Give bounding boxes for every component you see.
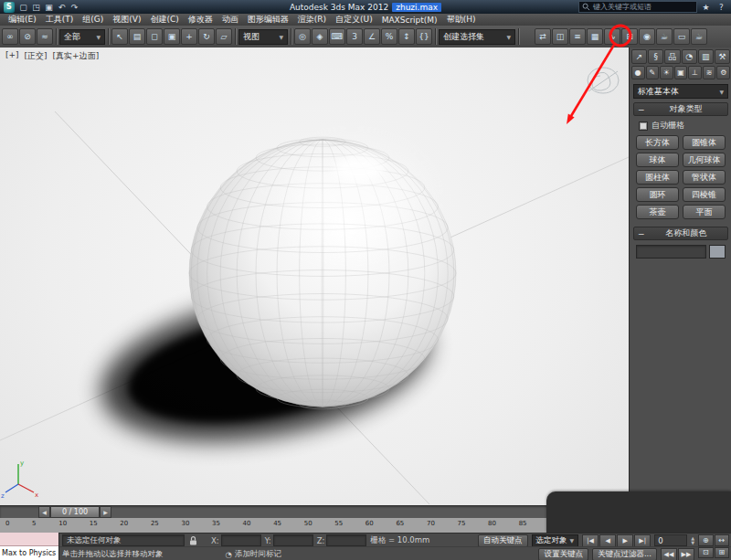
modify-tab-icon[interactable]: § xyxy=(648,49,663,64)
primitive-button[interactable]: 球体 xyxy=(636,153,679,167)
primitive-button[interactable]: 圆锥体 xyxy=(683,135,726,150)
align-icon[interactable]: ◫ xyxy=(552,28,568,45)
named-selection-set-dropdown[interactable]: 创建选择集▼ xyxy=(439,29,515,45)
rectangular-selection-region-icon[interactable]: ◻ xyxy=(146,28,163,45)
time-slider-handle[interactable]: 0 / 100 xyxy=(50,506,100,518)
viewport-pov-menu[interactable]: [正交] xyxy=(25,50,48,62)
lights-subtab-icon[interactable]: ☀ xyxy=(660,66,673,79)
coordinate-field[interactable] xyxy=(221,534,261,546)
viewcube-gizmo[interactable] xyxy=(588,68,619,93)
helpers-subtab-icon[interactable]: ⊥ xyxy=(688,66,702,79)
menu-item[interactable]: 工具(T) xyxy=(41,14,79,26)
select-and-link-icon[interactable]: ∞ xyxy=(2,28,18,45)
coordinate-field[interactable] xyxy=(273,534,313,546)
redo-icon[interactable]: ↷ xyxy=(69,2,80,13)
select-and-scale-icon[interactable]: ▱ xyxy=(216,28,232,45)
primitive-button[interactable]: 平面 xyxy=(683,205,726,219)
go-to-start-button[interactable]: |◀ xyxy=(582,534,599,547)
hierarchy-tab-icon[interactable]: 品 xyxy=(664,49,680,64)
rollout-object-type[interactable]: − 对象类型 xyxy=(633,102,728,116)
auto-key-button[interactable]: 自动关键点 xyxy=(478,534,528,547)
set-key-button[interactable]: 设置关键点 xyxy=(538,548,588,560)
previous-frame-button[interactable]: ◀ xyxy=(599,534,616,547)
motion-tab-icon[interactable]: ◔ xyxy=(682,49,697,64)
selection-lock-icon[interactable] xyxy=(188,535,198,546)
save-file-icon[interactable]: ▣ xyxy=(43,2,55,13)
schematic-view-icon[interactable]: ⊞ xyxy=(621,28,638,45)
next-frame-arrow[interactable]: ▶ xyxy=(100,506,111,518)
menu-item[interactable]: 帮助(H) xyxy=(442,14,481,26)
primitive-button[interactable]: 管状体 xyxy=(683,170,726,185)
shapes-subtab-icon[interactable]: ✎ xyxy=(646,66,660,79)
pan-button[interactable]: ↔ xyxy=(715,534,730,546)
menu-item[interactable]: MAXScript(M) xyxy=(377,16,442,25)
maxscript-mini-listener[interactable]: Max to Physics ( xyxy=(0,533,59,560)
undo-icon[interactable]: ↶ xyxy=(56,2,68,13)
infocenter-help-icon[interactable]: ? xyxy=(715,2,727,13)
rendered-frame-window-icon[interactable]: ▭ xyxy=(673,28,690,45)
geometry-subtab-icon[interactable]: ● xyxy=(631,66,645,79)
primitive-button[interactable]: 四棱锥 xyxy=(683,187,726,202)
primitive-button[interactable]: 茶壶 xyxy=(636,205,679,219)
listener-text[interactable]: Max to Physics ( xyxy=(0,546,58,560)
select-and-manipulate-icon[interactable]: ◈ xyxy=(312,28,328,45)
current-frame-field[interactable]: 0 xyxy=(654,534,687,546)
new-file-icon[interactable]: ▢ xyxy=(17,2,29,13)
render-setup-icon[interactable]: ☕ xyxy=(656,28,673,45)
macro-recorder-strip[interactable] xyxy=(0,533,58,546)
next-key-button[interactable]: ▶▶ xyxy=(678,548,694,560)
render-production-icon[interactable]: ☕ xyxy=(691,28,707,45)
snap-toggle-3d-icon[interactable]: 3 xyxy=(346,28,363,45)
select-object-icon[interactable]: ↖ xyxy=(111,28,128,45)
angle-snap-icon[interactable]: ∠ xyxy=(364,28,380,45)
space-warps-subtab-icon[interactable]: ≋ xyxy=(703,66,716,79)
reference-coordinate-dropdown[interactable]: 视图▼ xyxy=(238,29,288,45)
previous-frame-arrow[interactable]: ◀ xyxy=(38,506,50,518)
menu-item[interactable]: 组(G) xyxy=(78,14,108,26)
go-to-end-button[interactable]: ▶| xyxy=(634,534,651,547)
window-crossing-icon[interactable]: ▣ xyxy=(164,28,180,45)
menu-item[interactable]: 渲染(R) xyxy=(293,14,331,26)
3ds-max-logo-icon[interactable]: S xyxy=(4,2,15,13)
menu-item[interactable]: 自定义(U) xyxy=(331,14,377,26)
open-file-icon[interactable]: ◳ xyxy=(30,2,42,13)
primitive-button[interactable]: 几何球体 xyxy=(683,153,726,167)
bind-to-space-warp-icon[interactable]: ≈ xyxy=(37,28,53,45)
unlink-selection-icon[interactable]: ⊘ xyxy=(19,28,36,45)
edit-named-selection-sets-icon[interactable]: {} xyxy=(416,28,432,45)
percent-snap-icon[interactable]: % xyxy=(381,28,397,45)
menu-item[interactable]: 创建(C) xyxy=(145,14,183,26)
systems-subtab-icon[interactable]: ⚙ xyxy=(716,66,730,79)
utilities-tab-icon[interactable]: ⚒ xyxy=(715,49,730,64)
layer-manager-icon[interactable]: ≡ xyxy=(569,28,586,45)
menu-item[interactable]: 图形编辑器 xyxy=(243,14,293,26)
add-time-tag-button[interactable]: ◔ 添加时间标记 xyxy=(226,549,281,560)
primitive-button[interactable]: 圆柱体 xyxy=(636,170,679,185)
mirror-icon[interactable]: ⇄ xyxy=(535,28,551,45)
menu-item[interactable]: 视图(V) xyxy=(108,14,145,26)
track-bar[interactable]: 0510152025303540455055606570758085909510… xyxy=(0,518,629,534)
zoom-button[interactable]: ⊕ xyxy=(698,534,714,546)
perspective-viewport[interactable]: [+] [正交] [真实+边面] xyxy=(0,48,629,505)
use-pivot-point-center-icon[interactable]: ◎ xyxy=(294,28,311,45)
key-filter-scope-dropdown[interactable]: 选定对象 ▼ xyxy=(532,534,579,547)
keyboard-shortcut-override-icon[interactable]: ⌨ xyxy=(329,28,345,45)
primitive-button[interactable]: 圆环 xyxy=(636,187,679,202)
object-color-swatch[interactable] xyxy=(709,245,726,259)
viewport-general-menu[interactable]: [+] xyxy=(5,50,19,62)
time-slider[interactable]: ◀ 0 / 100 ▶ xyxy=(0,505,629,519)
coordinate-field[interactable] xyxy=(326,534,366,546)
frame-spinner[interactable]: ▲▼ xyxy=(691,536,694,545)
material-editor-icon[interactable]: ◉ xyxy=(639,28,655,45)
favorites-icon[interactable]: ★ xyxy=(700,2,712,13)
zoom-extents-button[interactable]: ⊡ xyxy=(698,547,714,559)
select-by-name-icon[interactable]: ▤ xyxy=(129,28,145,45)
play-button[interactable]: ▶ xyxy=(617,534,633,547)
rollout-name-and-color[interactable]: − 名称和颜色 xyxy=(633,227,728,240)
viewport-shading-menu[interactable]: [真实+边面] xyxy=(53,50,100,62)
selection-filter-dropdown[interactable]: 全部▼ xyxy=(59,29,105,45)
search-input[interactable]: 键入关键字或短语 xyxy=(578,1,697,13)
primitive-button[interactable]: 长方体 xyxy=(636,135,679,150)
maximize-viewport-button[interactable]: ⊞ xyxy=(715,547,730,559)
cameras-subtab-icon[interactable]: ▣ xyxy=(674,66,688,79)
